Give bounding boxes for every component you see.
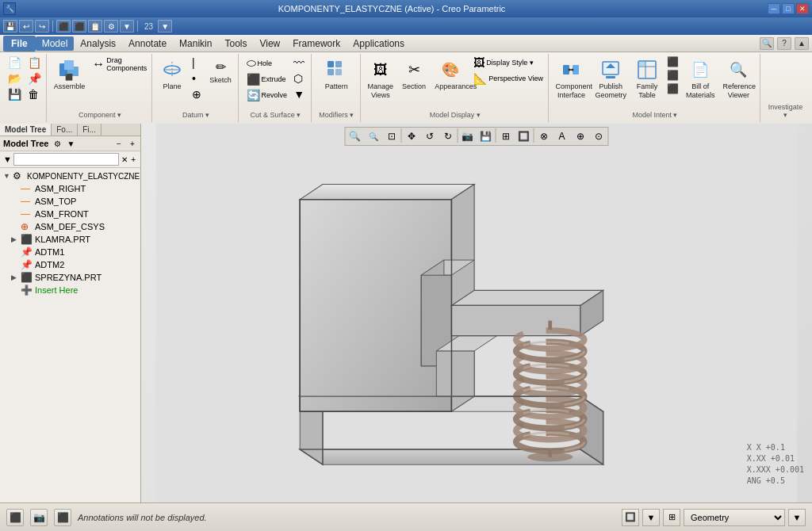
menu-tools[interactable]: Tools bbox=[218, 36, 253, 51]
menu-model[interactable]: Model bbox=[36, 36, 75, 51]
tree-item-adtm2[interactable]: 📌 ADTM2 bbox=[0, 258, 140, 271]
ribbon-perspective[interactable]: 📐Perspective View bbox=[472, 71, 545, 86]
ribbon-csys[interactable]: ⊕ bbox=[190, 87, 203, 101]
qat-btn3[interactable]: 📋 bbox=[88, 20, 102, 32]
ribbon-pattern[interactable]: Pattern bbox=[321, 55, 351, 93]
ribbon-hole[interactable]: ⬭ Hole bbox=[245, 55, 274, 71]
tree-collapse-btn[interactable]: − bbox=[113, 137, 125, 150]
vp-csys[interactable]: ⊕ bbox=[572, 128, 589, 144]
ribbon-drag[interactable]: ↔ DragComponents bbox=[90, 55, 148, 73]
menu-analysis[interactable]: Analysis bbox=[74, 36, 122, 51]
ribbon-axis[interactable]: | bbox=[190, 55, 197, 70]
menu-file[interactable]: File bbox=[3, 36, 36, 52]
tab-filter[interactable]: Fi... bbox=[78, 124, 102, 136]
vp-annotation[interactable]: A bbox=[553, 128, 571, 144]
vp-zoom-in[interactable]: 🔍 bbox=[347, 128, 364, 144]
tree-item-klamra[interactable]: ▶ ⬛ KLAMRA.PRT bbox=[0, 233, 140, 246]
ribbon-point[interactable]: • bbox=[190, 71, 197, 86]
ribbon-copy[interactable]: 📋 bbox=[26, 55, 43, 70]
vp-save-view[interactable]: 💾 bbox=[477, 128, 495, 144]
help-btn[interactable]: ? bbox=[777, 37, 791, 50]
ribbon-plane[interactable]: Plane bbox=[157, 55, 187, 93]
qat-save[interactable]: 💾 bbox=[3, 20, 17, 32]
viewport[interactable]: 🔍 🔍 ⊡ ✥ ↺ ↻ 📷 💾 ⊞ 🔲 ⊗ A ⊕ ⊙ bbox=[141, 124, 812, 502]
ribbon-assemble[interactable]: ⬛ Assemble bbox=[52, 55, 88, 93]
tree-search-input[interactable] bbox=[13, 153, 119, 166]
ribbon-display-style[interactable]: 🖼Display Style ▾ bbox=[472, 55, 535, 70]
tree-item-insert-here[interactable]: ➕ Insert Here bbox=[0, 284, 140, 296]
vp-refit[interactable]: ⊞ bbox=[497, 128, 515, 144]
menu-view[interactable]: View bbox=[253, 36, 286, 51]
vp-zoom-fit[interactable]: ⊡ bbox=[383, 128, 400, 144]
tree-item-asm-def-csys[interactable]: ⊕ ASM_DEF_CSYS bbox=[0, 220, 140, 233]
ribbon-appearances[interactable]: 🎨 Appearances bbox=[432, 55, 469, 93]
ribbon-intent-btn1[interactable]: ⬛ bbox=[665, 55, 680, 68]
ribbon-save[interactable]: 💾 bbox=[6, 87, 23, 101]
ribbon-collapse[interactable]: ▲ bbox=[795, 37, 809, 50]
tree-item-asm-right[interactable]: — ASM_RIGHT bbox=[0, 182, 140, 195]
ribbon-manage-views[interactable]: 🖼 ManageViews bbox=[366, 55, 396, 101]
tree-item-asm-front[interactable]: — ASM_FRONT bbox=[0, 208, 140, 220]
tree-search-clear[interactable]: ✕ bbox=[121, 154, 128, 165]
model-viewport-svg[interactable] bbox=[141, 124, 812, 502]
maximize-button[interactable]: □ bbox=[782, 3, 795, 14]
ribbon-new[interactable]: 📄 bbox=[6, 55, 23, 70]
ribbon-publish-geometry[interactable]: PublishGeometry bbox=[592, 55, 629, 101]
ribbon-revolve[interactable]: 🔄 Revolve bbox=[245, 88, 289, 102]
ribbon-family-table[interactable]: FamilyTable bbox=[632, 55, 662, 101]
tab-model-tree[interactable]: Model Tree bbox=[0, 124, 52, 136]
ribbon-blend[interactable]: ⬡ bbox=[292, 71, 304, 86]
status-icon-btn2[interactable]: 📷 bbox=[30, 509, 48, 526]
vp-datum-display[interactable]: ⊗ bbox=[535, 128, 553, 144]
tree-expand-btn[interactable]: + bbox=[126, 137, 139, 150]
vp-zoom-out[interactable]: 🔍 bbox=[365, 128, 382, 144]
qat-redo[interactable]: ↪ bbox=[35, 20, 49, 32]
tree-preview-btn[interactable]: ▼ bbox=[64, 137, 77, 150]
view-btn1[interactable]: 🔲 bbox=[622, 509, 639, 526]
ribbon-section[interactable]: ✂ Section bbox=[399, 55, 429, 93]
status-icon-btn1[interactable]: ⬛ bbox=[6, 509, 24, 526]
ribbon-delete[interactable]: 🗑 bbox=[26, 87, 40, 101]
ribbon-open[interactable]: 📂 bbox=[6, 71, 23, 86]
ribbon-sketch[interactable]: ✏ Sketch bbox=[206, 55, 235, 86]
view-btn2[interactable]: ▼ bbox=[642, 509, 660, 526]
ribbon-bill-of-materials[interactable]: 📄 Bill ofMaterials bbox=[684, 55, 718, 101]
tab-folder[interactable]: Fo... bbox=[52, 124, 78, 136]
ribbon-intent-btn3[interactable]: ⬛ bbox=[665, 82, 680, 95]
qat-btn4[interactable]: ⚙ bbox=[104, 20, 118, 32]
qat-dropdown[interactable]: ▼ bbox=[158, 20, 172, 32]
tree-item-adtm1[interactable]: 📌 ADTM1 bbox=[0, 246, 140, 258]
ribbon-extrude[interactable]: ⬛ Extrude bbox=[245, 72, 288, 86]
geometry-dropdown-btn[interactable]: ▼ bbox=[788, 509, 806, 526]
menu-manikin[interactable]: Manikin bbox=[173, 36, 218, 51]
qat-btn2[interactable]: ⬛ bbox=[72, 20, 86, 32]
vp-rotate[interactable]: ↺ bbox=[421, 128, 439, 144]
qat-btn1[interactable]: ⬛ bbox=[56, 20, 71, 32]
qat-undo[interactable]: ↩ bbox=[19, 20, 33, 32]
ribbon-sweep[interactable]: 〰 bbox=[292, 55, 306, 70]
menu-annotate[interactable]: Annotate bbox=[122, 36, 173, 51]
ribbon-reference-viewer[interactable]: 🔍 ReferenceViewer bbox=[720, 55, 756, 101]
tree-item-sprezyna[interactable]: ▶ ⬛ SPREZYNA.PRT bbox=[0, 271, 140, 284]
vp-pan[interactable]: ✥ bbox=[403, 128, 420, 144]
tree-item-asm-top[interactable]: — ASM_TOP bbox=[0, 195, 140, 208]
vp-spin-center[interactable]: ⊙ bbox=[590, 128, 607, 144]
qat-btn5[interactable]: ▼ bbox=[120, 20, 134, 32]
ribbon-intent-btn2[interactable]: ⬛ bbox=[665, 69, 680, 82]
status-icon-btn3[interactable]: ⬛ bbox=[54, 509, 71, 526]
view-btn3[interactable]: ⊞ bbox=[663, 509, 680, 526]
ribbon-component-interface[interactable]: ComponentInterface bbox=[553, 55, 589, 101]
ribbon-more[interactable]: ▼ bbox=[292, 87, 306, 101]
menu-applications[interactable]: Applications bbox=[347, 36, 411, 51]
tree-settings-btn[interactable]: ⚙ bbox=[51, 137, 63, 150]
tree-item-root[interactable]: ▼ ⚙ KOMPONENTY_ELASTYCZNE.ASM bbox=[0, 170, 140, 182]
geometry-select[interactable]: Geometry Shading Shading with Edges Wire… bbox=[684, 509, 785, 526]
ribbon-paste[interactable]: 📌 bbox=[26, 71, 43, 86]
vp-spin[interactable]: ↻ bbox=[439, 128, 457, 144]
menu-framework[interactable]: Framework bbox=[286, 36, 347, 51]
vp-named-view[interactable]: 📷 bbox=[459, 128, 477, 144]
close-button[interactable]: ✕ bbox=[796, 3, 809, 14]
tree-add-btn[interactable]: + bbox=[129, 154, 137, 165]
search-btn[interactable]: 🔍 bbox=[760, 37, 774, 50]
minimize-button[interactable]: ─ bbox=[768, 3, 780, 14]
